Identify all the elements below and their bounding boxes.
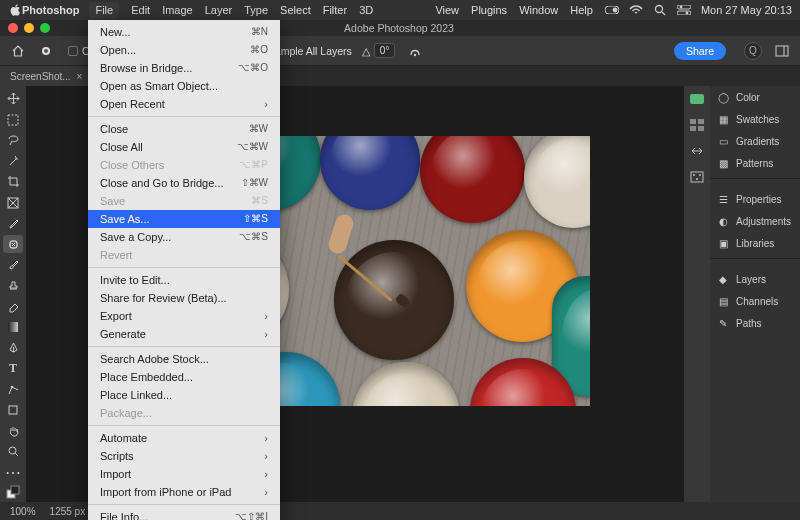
- menu-item-export[interactable]: Export: [88, 307, 280, 325]
- svg-point-9: [44, 49, 48, 53]
- macos-menubar: Photoshop File Edit Image Layer Type Sel…: [0, 0, 800, 20]
- menu-plugins[interactable]: Plugins: [471, 4, 507, 16]
- menu-item-import-from-iphone-or-ipad[interactable]: Import from iPhone or iPad: [88, 483, 280, 501]
- menu-type[interactable]: Type: [244, 4, 268, 16]
- shape-tool-icon[interactable]: [3, 401, 23, 419]
- tool-preset[interactable]: [38, 41, 58, 61]
- menu-item-invite-to-edit[interactable]: Invite to Edit...: [88, 271, 280, 289]
- toggle-icon[interactable]: [605, 3, 619, 17]
- gradient-tool-icon[interactable]: [3, 318, 23, 336]
- menu-item-open-recent[interactable]: Open Recent: [88, 95, 280, 113]
- menu-item-scripts[interactable]: Scripts: [88, 447, 280, 465]
- menu-item-place-linked[interactable]: Place Linked...: [88, 386, 280, 404]
- panel-paths[interactable]: ✎Paths: [710, 312, 800, 334]
- panel-patterns[interactable]: ▩Patterns: [710, 152, 800, 174]
- swatches-panel-icon[interactable]: [688, 116, 706, 134]
- search-icon[interactable]: [653, 3, 667, 17]
- menubar-clock[interactable]: Mon 27 May 20:13: [701, 4, 792, 16]
- lasso-tool-icon[interactable]: [3, 131, 23, 149]
- path-tool-icon[interactable]: [3, 380, 23, 398]
- menu-image[interactable]: Image: [162, 4, 193, 16]
- menu-file[interactable]: File: [89, 2, 119, 18]
- panel-adjustments[interactable]: ◐Adjustments: [710, 210, 800, 232]
- menu-view[interactable]: View: [435, 4, 459, 16]
- wand-tool-icon[interactable]: [3, 152, 23, 170]
- status-zoom[interactable]: 100%: [10, 506, 36, 517]
- crop-tool-icon[interactable]: [3, 173, 23, 191]
- menu-item-close-all[interactable]: Close All⌥⌘W: [88, 138, 280, 156]
- menu-select[interactable]: Select: [280, 4, 311, 16]
- search-app-icon[interactable]: Q: [744, 42, 762, 60]
- menu-item-new[interactable]: New...⌘N: [88, 23, 280, 41]
- menu-item-share-for-review-beta[interactable]: Share for Review (Beta)...: [88, 289, 280, 307]
- menu-edit[interactable]: Edit: [131, 4, 150, 16]
- wifi-icon[interactable]: [629, 3, 643, 17]
- right-icon-strip: [684, 86, 710, 502]
- zoom-tool-icon[interactable]: [3, 442, 23, 460]
- create-texture-checkbox[interactable]: [68, 46, 78, 56]
- stamp-tool-icon[interactable]: [3, 277, 23, 295]
- svg-point-10: [414, 53, 416, 55]
- svg-rect-22: [9, 406, 17, 414]
- menu-item-close[interactable]: Close⌘W: [88, 120, 280, 138]
- panel-libraries[interactable]: ▣Libraries: [710, 232, 800, 254]
- panel-properties[interactable]: ☰Properties: [710, 188, 800, 210]
- hand-tool-icon[interactable]: [3, 422, 23, 440]
- type-tool-icon[interactable]: T: [3, 360, 23, 378]
- menu-layer[interactable]: Layer: [205, 4, 233, 16]
- marquee-tool-icon[interactable]: [3, 111, 23, 129]
- traffic-zoom[interactable]: [40, 23, 50, 33]
- color-panel-icon[interactable]: [688, 90, 706, 108]
- control-center-icon[interactable]: [677, 3, 691, 17]
- angle-field[interactable]: 0°: [374, 43, 396, 58]
- healing-tool-icon[interactable]: [3, 235, 23, 253]
- menu-item-place-embedded[interactable]: Place Embedded...: [88, 368, 280, 386]
- menu-item-close-and-go-to-bridge[interactable]: Close and Go to Bridge...⇧⌘W: [88, 174, 280, 192]
- document-tab[interactable]: ScreenShot...×: [0, 66, 92, 86]
- pressure-icon[interactable]: [405, 41, 425, 61]
- panel-swatches[interactable]: ▦Swatches: [710, 108, 800, 130]
- menu-item-browse-in-bridge[interactable]: Browse in Bridge...⌥⌘O: [88, 59, 280, 77]
- menu-item-open[interactable]: Open...⌘O: [88, 41, 280, 59]
- menu-item-automate[interactable]: Automate: [88, 429, 280, 447]
- svg-rect-27: [690, 94, 704, 104]
- traffic-minimize[interactable]: [24, 23, 34, 33]
- menu-3d[interactable]: 3D: [359, 4, 373, 16]
- workspace-icon[interactable]: [772, 41, 792, 61]
- frame-tool-icon[interactable]: [3, 194, 23, 212]
- menu-item-open-as-smart-object[interactable]: Open as Smart Object...: [88, 77, 280, 95]
- menu-item-import[interactable]: Import: [88, 465, 280, 483]
- more-tool-icon[interactable]: ⋯: [3, 463, 23, 481]
- brush-tool-icon[interactable]: [3, 256, 23, 274]
- close-icon[interactable]: ×: [77, 71, 83, 82]
- svg-point-33: [693, 174, 695, 176]
- panel-layers[interactable]: ◆Layers: [710, 268, 800, 290]
- menu-filter[interactable]: Filter: [323, 4, 347, 16]
- menu-item-revert: Revert: [88, 246, 280, 264]
- eyedropper-tool-icon[interactable]: [3, 214, 23, 232]
- panel-color[interactable]: ◯Color: [710, 86, 800, 108]
- eraser-tool-icon[interactable]: [3, 297, 23, 315]
- menu-item-save-as[interactable]: Save As...⇧⌘S: [88, 210, 280, 228]
- patterns-panel-icon[interactable]: [688, 168, 706, 186]
- apple-icon[interactable]: [8, 3, 22, 17]
- menu-help[interactable]: Help: [570, 4, 593, 16]
- swap-colors-icon[interactable]: [3, 484, 23, 502]
- gradients-panel-icon[interactable]: [688, 142, 706, 160]
- panel-gradients[interactable]: ▭Gradients: [710, 130, 800, 152]
- menu-item-package: Package...: [88, 404, 280, 422]
- menu-item-generate[interactable]: Generate: [88, 325, 280, 343]
- home-icon[interactable]: [8, 41, 28, 61]
- app-name[interactable]: Photoshop: [22, 4, 79, 16]
- pen-tool-icon[interactable]: [3, 339, 23, 357]
- menu-item-file-info[interactable]: File Info...⌥⇧⌘I: [88, 508, 280, 520]
- menu-item-search-adobe-stock[interactable]: Search Adobe Stock...: [88, 350, 280, 368]
- share-button[interactable]: Share: [674, 42, 726, 60]
- panel-channels[interactable]: ▤Channels: [710, 290, 800, 312]
- menu-item-save-a-copy[interactable]: Save a Copy...⌥⌘S: [88, 228, 280, 246]
- svg-rect-13: [8, 115, 18, 125]
- sample-all-label: Sample All Layers: [268, 45, 352, 57]
- move-tool-icon[interactable]: [3, 90, 23, 108]
- menu-window[interactable]: Window: [519, 4, 558, 16]
- traffic-close[interactable]: [8, 23, 18, 33]
